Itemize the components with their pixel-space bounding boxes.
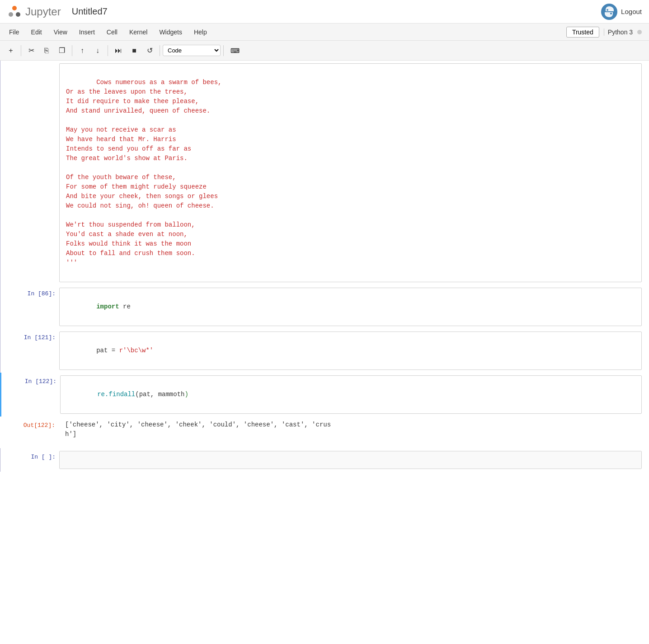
jupyter-logo: Jupyter [7,5,61,19]
python-icon [601,4,617,20]
poem-text: Cows numerous as a swarm of bees, Or as … [60,64,641,282]
cell-label-122: In [122]: [1,373,60,385]
cell-findall: In [122]: re.findall(pat, mammoth) [0,373,649,417]
cell-label-86: In [86]: [0,285,59,297]
cut-button[interactable]: ✂ [24,44,38,57]
jupyter-text: Jupyter [25,5,61,18]
cell-import-re: In [86]: import re [0,285,649,329]
svg-point-2 [16,12,20,17]
notebook: Cows numerous as a swarm of bees, Or as … [0,61,649,472]
move-up-button[interactable]: ↑ [75,44,89,57]
notebook-title[interactable]: Untitled7 [72,6,108,17]
cell-poem-output: Cows numerous as a swarm of bees, Or as … [0,61,649,285]
cell-label-empty: In [ ]: [0,448,59,460]
cell-output-122: Out[122]: ['cheese', 'city', 'cheese', '… [0,417,649,445]
cell-content-out-122: ['cheese', 'city', 'cheese', 'cheek', 'c… [59,417,642,442]
cell-content-86[interactable]: import re [59,288,642,326]
menu-widgets[interactable]: Widgets [154,27,188,38]
cell-content-empty[interactable] [59,451,642,469]
svg-point-3 [601,4,617,20]
menu-view[interactable]: View [48,27,73,38]
empty-cell-input[interactable] [60,451,641,469]
svg-point-1 [9,12,13,17]
move-down-button[interactable]: ↓ [90,44,105,57]
toolbar-divider-1 [21,45,21,56]
topbar: Jupyter Untitled7 Logout [0,0,649,24]
menu-cell[interactable]: Cell [101,27,123,38]
paste-button[interactable]: ❐ [55,44,69,57]
toolbar-divider-2 [72,45,72,56]
menu-insert[interactable]: Insert [74,27,100,38]
stop-button[interactable]: ■ [127,44,141,57]
restart-button[interactable]: ↺ [142,44,157,57]
copy-button[interactable]: ⎘ [39,44,54,57]
skip-button[interactable]: ⏭ [111,44,126,57]
svg-point-0 [12,6,17,10]
code-import-re: import re [60,288,641,326]
cell-empty: In [ ]: [0,448,649,472]
menubar: File Edit View Insert Cell Kernel Widget… [0,24,649,41]
svg-point-5 [610,13,612,14]
cell-content-poem[interactable]: Cows numerous as a swarm of bees, Or as … [59,63,642,282]
jupyter-logo-icon [7,5,22,19]
toolbar-divider-3 [108,45,108,56]
svg-point-4 [607,9,608,11]
cell-label-121: In [121]: [0,329,59,341]
cell-type-select[interactable]: Code Markdown Raw NBConvert Heading [163,45,221,56]
toolbar-divider-4 [160,45,160,56]
toolbar-divider-5 [223,45,224,56]
kernel-info: Python 3 [604,28,645,36]
cell-label-out-122: Out[122]: [0,417,59,429]
output-text-122: ['cheese', 'city', 'cheese', 'cheek', 'c… [59,417,642,442]
menu-edit[interactable]: Edit [26,27,47,38]
logout-button[interactable]: Logout [621,8,642,15]
menu-help[interactable]: Help [188,27,212,38]
code-findall: re.findall(pat, mammoth) [61,376,641,413]
menu-file[interactable]: File [4,27,25,38]
cell-label-poem [0,61,59,73]
menu-kernel[interactable]: Kernel [124,27,153,38]
trusted-button[interactable]: Trusted [566,27,599,38]
keyboard-shortcuts-button[interactable]: ⌨ [226,45,244,57]
cell-pat: In [121]: pat = r'\bc\w*' [0,329,649,373]
cell-content-122[interactable]: re.findall(pat, mammoth) [60,375,642,414]
kernel-status-circle [637,30,642,34]
add-cell-button[interactable]: + [4,44,18,57]
cell-content-121[interactable]: pat = r'\bc\w*' [59,331,642,370]
toolbar: + ✂ ⎘ ❐ ↑ ↓ ⏭ ■ ↺ Code Markdown Raw NBCo… [0,41,649,61]
code-pat: pat = r'\bc\w*' [60,332,641,369]
